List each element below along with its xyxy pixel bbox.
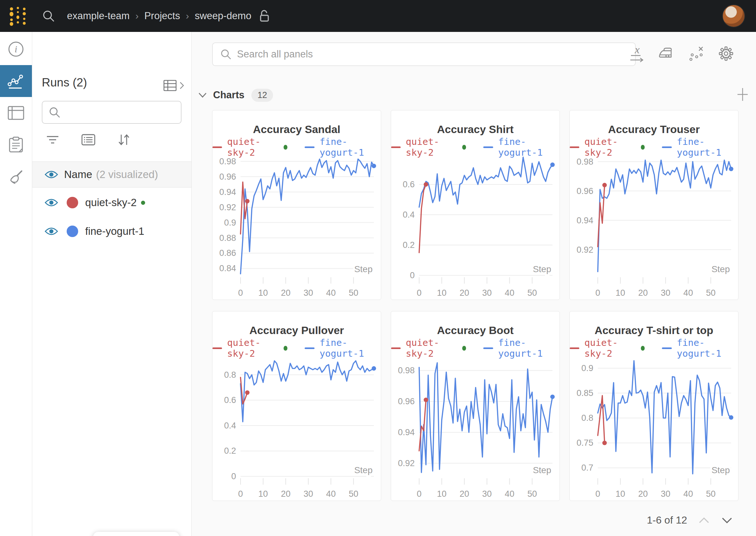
breadcrumb-project-name[interactable]: sweep-demo: [195, 10, 251, 22]
panel-search-input[interactable]: [237, 49, 588, 60]
workspace-toolbar: x: [629, 45, 735, 62]
run-color-dot: [67, 225, 78, 237]
legend-line-swatch: [391, 147, 401, 148]
chart-panel[interactable]: Accuracy Sandal quiet-sky-2fine-yogurt-1…: [212, 110, 381, 300]
svg-text:40: 40: [505, 489, 514, 499]
svg-text:10: 10: [437, 288, 446, 298]
run-status-dot: [641, 346, 645, 351]
run-row-quiet-sky-2[interactable]: quiet-sky-2: [32, 188, 191, 217]
run-color-dot: [67, 197, 78, 208]
chart-legend: quiet-sky-2fine-yogurt-1: [570, 342, 738, 354]
chart-panel[interactable]: Accuracy T-shirt or top quiet-sky-2fine-…: [570, 311, 739, 501]
pagination-label: 1-6 of 12: [647, 514, 687, 526]
group-button[interactable]: [81, 134, 95, 147]
runs-name-header[interactable]: Name (2 visualized): [32, 161, 191, 187]
chart-panel[interactable]: Accuracy Pullover quiet-sky-2fine-yogurt…: [212, 311, 381, 501]
run-status-dot: [283, 145, 288, 150]
svg-text:0.98: 0.98: [219, 157, 236, 166]
chart-plot[interactable]: 0.70.750.80.850.901020304050Step: [570, 354, 739, 501]
page-down-button[interactable]: [721, 517, 733, 524]
svg-text:x: x: [635, 45, 640, 55]
chart-plot[interactable]: 0.840.860.880.90.920.940.960.98010203040…: [213, 153, 381, 300]
nav-table-item[interactable]: [0, 97, 32, 129]
legend-line-swatch: [305, 147, 314, 148]
wandb-logo[interactable]: [8, 6, 27, 26]
nav-workspace-item[interactable]: [0, 65, 32, 97]
chevron-down-icon[interactable]: [198, 92, 207, 98]
broom-icon: [8, 168, 24, 185]
info-icon: i: [8, 41, 24, 57]
svg-text:0.96: 0.96: [398, 397, 415, 406]
sort-button[interactable]: [117, 133, 130, 148]
breadcrumb-projects[interactable]: Projects: [144, 10, 180, 22]
svg-text:0.9: 0.9: [581, 363, 593, 373]
runs-title: Runs (2): [42, 76, 87, 89]
expand-run-table-button[interactable]: [163, 79, 184, 92]
svg-text:30: 30: [661, 288, 671, 298]
chart-plot[interactable]: 0.920.940.960.9801020304050Step: [570, 153, 739, 300]
svg-text:20: 20: [638, 288, 648, 298]
visibility-eye-icon[interactable]: [44, 226, 58, 236]
x-axis-icon: x: [630, 45, 646, 62]
chart-plot[interactable]: 00.20.40.601020304050Step: [391, 153, 560, 300]
visibility-eye-icon[interactable]: [44, 170, 58, 179]
svg-text:10: 10: [258, 489, 268, 499]
outliers-button[interactable]: [688, 45, 706, 62]
runs-visualized-count: (2 visualized): [96, 168, 158, 181]
nav-overview-item[interactable]: i: [0, 33, 32, 65]
charts-section-title[interactable]: Charts: [213, 89, 244, 101]
visibility-eye-icon[interactable]: [44, 198, 58, 207]
global-search-icon[interactable]: [42, 9, 55, 23]
svg-text:0: 0: [595, 489, 600, 499]
svg-text:0: 0: [416, 489, 421, 499]
legend-line-swatch: [662, 348, 672, 349]
svg-text:50: 50: [706, 288, 715, 298]
page-up-button[interactable]: [698, 517, 710, 524]
panel-search-bar[interactable]: [212, 43, 636, 66]
svg-text:0.8: 0.8: [581, 413, 593, 423]
run-row-fine-yogurt-1[interactable]: fine-yogurt-1: [32, 217, 191, 246]
settings-button[interactable]: [717, 45, 735, 62]
legend-line-swatch: [662, 147, 672, 148]
user-avatar[interactable]: [722, 5, 745, 27]
chart-title: Accuracy Shirt: [391, 123, 560, 136]
svg-text:10: 10: [258, 288, 268, 298]
svg-text:0.2: 0.2: [224, 446, 236, 455]
chart-plot[interactable]: 0.920.940.960.9801020304050Step: [391, 354, 560, 501]
cutoff-floating-card[interactable]: [93, 532, 179, 536]
sort-icon: [117, 133, 130, 146]
chart-title: Accuracy Boot: [391, 324, 560, 337]
nav-sweeps-item[interactable]: [0, 161, 32, 193]
chart-panel[interactable]: Accuracy Boot quiet-sky-2fine-yogurt-1 0…: [391, 311, 560, 501]
svg-text:0.96: 0.96: [576, 186, 593, 196]
chart-legend: quiet-sky-2fine-yogurt-1: [391, 342, 560, 354]
chart-panel[interactable]: Accuracy Trouser quiet-sky-2fine-yogurt-…: [570, 110, 739, 300]
search-icon: [220, 48, 232, 60]
add-panel-button[interactable]: [737, 87, 748, 102]
breadcrumb-team[interactable]: example-team: [67, 10, 129, 22]
svg-text:50: 50: [706, 489, 715, 499]
smoothing-button[interactable]: [658, 45, 676, 62]
svg-text:Step: Step: [533, 264, 551, 274]
nav-logs-item[interactable]: [0, 129, 32, 161]
table-icon: [8, 106, 24, 120]
gear-icon: [717, 45, 735, 62]
filter-button[interactable]: [46, 134, 60, 147]
svg-text:20: 20: [460, 489, 469, 499]
run-name[interactable]: quiet-sky-2: [85, 196, 137, 209]
svg-text:0.85: 0.85: [576, 388, 593, 398]
remove-outliers-icon: [688, 45, 705, 62]
chart-panel[interactable]: Accuracy Shirt quiet-sky-2fine-yogurt-1 …: [391, 110, 560, 300]
run-name[interactable]: fine-yogurt-1: [85, 225, 144, 237]
unlock-icon: [259, 10, 270, 22]
svg-text:0.94: 0.94: [219, 187, 236, 197]
run-status-dot: [141, 201, 145, 205]
topbar: example-team › Projects › sweep-demo: [0, 0, 756, 32]
chart-title: Accuracy Sandal: [213, 123, 381, 136]
chart-plot[interactable]: 00.20.40.60.801020304050Step: [213, 354, 381, 501]
svg-text:0.2: 0.2: [403, 240, 415, 250]
x-axis-settings-button[interactable]: x: [629, 45, 647, 62]
breadcrumb-separator: ›: [186, 11, 189, 21]
runs-search-input[interactable]: [42, 101, 181, 124]
svg-text:30: 30: [304, 288, 313, 298]
